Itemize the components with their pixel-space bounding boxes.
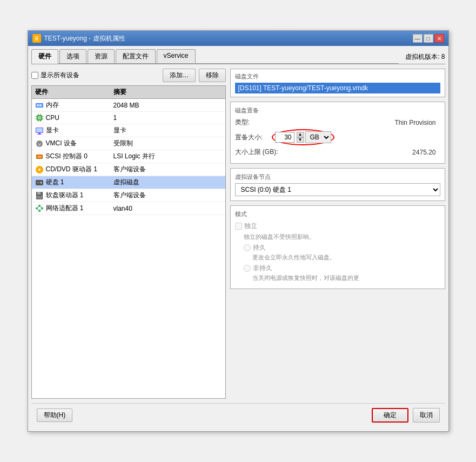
size-input-highlight: ▲ ▼ MB GB TB (272, 129, 334, 145)
table-row[interactable]: SCSI 控制器 0 LSI Logic 并行 (32, 150, 225, 163)
svg-rect-31 (37, 196, 42, 199)
size-key: 置备大小: (235, 133, 267, 142)
hw-name: CD/DVD 驱动器 1 (46, 165, 97, 174)
hw-name: VMCI 设备 (46, 139, 77, 148)
size-up-button[interactable]: ▲ (297, 132, 304, 137)
tab-config[interactable]: 配置文件 (116, 49, 156, 63)
provision-limit-row: 大小上限 (GB): 2475.20 (235, 148, 440, 157)
mode-label: 模式 (235, 210, 440, 218)
window-title: TEST-yueyong - 虚拟机属性 (44, 34, 125, 43)
svg-rect-22 (37, 156, 42, 158)
hw-summary: LSI Logic 并行 (113, 152, 222, 161)
nonpersistent-row: 非持久 (244, 264, 440, 273)
provision-type-row: 类型: Thin Provision (235, 118, 440, 127)
header-hardware: 硬件 (35, 88, 113, 97)
title-buttons: — □ ✕ (413, 34, 444, 43)
table-row[interactable]: CD/DVD 驱动器 1 客户端设备 (32, 163, 225, 176)
minimize-button[interactable]: — (413, 34, 423, 43)
scsi-icon (35, 152, 44, 161)
hw-summary: 受限制 (113, 139, 222, 148)
cpu-icon (35, 113, 44, 122)
hw-name: SCSI 控制器 0 (46, 152, 88, 161)
table-row[interactable]: 硬盘 1 虚拟磁盘 (32, 176, 225, 189)
svg-point-26 (40, 182, 42, 184)
content-area: 显示所有设备 添加... 移除 硬件 摘要 (31, 64, 445, 399)
table-row[interactable]: 网络适配器 1 vlan40 (32, 202, 225, 215)
hw-name: 内存 (46, 101, 59, 110)
cdrom-icon (35, 165, 44, 174)
table-row[interactable]: CPU 1 (32, 112, 225, 124)
hardware-table: 硬件 摘要 内存 2048 MB (31, 85, 226, 399)
svg-point-24 (38, 169, 41, 171)
tab-options[interactable]: 选项 (59, 49, 86, 63)
ram-icon (35, 101, 44, 110)
independent-checkbox[interactable] (235, 223, 242, 230)
limit-key: 大小上限 (GB): (235, 148, 289, 157)
persistent-desc: 更改会立即永久性地写入磁盘。 (252, 253, 440, 262)
hw-name: CPU (46, 114, 59, 122)
remove-button[interactable]: 移除 (199, 69, 226, 82)
disk-provision-section: 磁盘置备 类型: Thin Provision 置备大小: (230, 102, 445, 164)
nonpersistent-label: 非持久 (253, 264, 272, 273)
table-row[interactable]: 显卡 显卡 (32, 124, 225, 137)
table-row[interactable]: V VMCI 设备 受限制 (32, 137, 225, 150)
window-body: 硬件 选项 资源 配置文件 vService 虚拟机版本: 8 显示所有设备 (28, 46, 448, 431)
svg-rect-30 (41, 192, 42, 194)
disk-file-section: 磁盘文件 [DS101] TEST-yueyong/TEST-yueyong.v… (230, 69, 445, 97)
help-button[interactable]: 帮助(H) (37, 409, 73, 422)
persistent-row: 持久 (244, 243, 440, 252)
add-button[interactable]: 添加... (163, 69, 195, 82)
vm-version-label: 虚拟机版本: 8 (399, 52, 445, 64)
size-input[interactable] (275, 132, 294, 143)
tab-vservice[interactable]: vService (157, 49, 196, 63)
app-icon: iI (32, 34, 41, 43)
svg-line-39 (39, 209, 42, 210)
size-unit-select[interactable]: MB GB TB (305, 131, 331, 143)
nonpersistent-desc: 当关闭电源或恢复快照时，对该磁盘的更 (252, 274, 440, 282)
header-summary: 摘要 (113, 88, 222, 97)
tabs-container: 硬件 选项 资源 配置文件 vService (31, 49, 399, 64)
svg-rect-6 (38, 116, 41, 119)
hw-name: 显卡 (46, 126, 59, 135)
tab-resources[interactable]: 资源 (88, 49, 115, 63)
cancel-button[interactable]: 取消 (413, 408, 440, 423)
svg-rect-27 (37, 182, 39, 183)
close-button[interactable]: ✕ (434, 34, 444, 43)
device-node-section: 虚拟设备节点 SCSI (0:0) 硬盘 1 (230, 168, 445, 201)
nonpersistent-radio[interactable] (244, 265, 251, 272)
size-spinners: ▲ ▼ (297, 132, 304, 143)
title-bar-left: iI TEST-yueyong - 虚拟机属性 (32, 34, 125, 43)
tab-hardware[interactable]: 硬件 (31, 49, 58, 64)
mode-independent-row: 独立 (235, 222, 440, 231)
persistent-label: 持久 (253, 243, 266, 252)
device-node-label: 虚拟设备节点 (235, 173, 440, 181)
type-key: 类型: (235, 118, 267, 127)
svg-text:V: V (38, 142, 41, 147)
display-icon (35, 126, 44, 135)
persistent-radio[interactable] (244, 244, 251, 251)
hw-name: 网络适配器 1 (46, 204, 84, 213)
show-all-checkbox[interactable] (31, 72, 38, 79)
show-all-label[interactable]: 显示所有设备 (31, 71, 79, 80)
mode-section: 模式 独立 独立的磁盘不受快照影响。 持久 更改会立即永久性地写入磁盘。 非持久 (230, 205, 445, 289)
disk-provision-label: 磁盘置备 (235, 106, 440, 115)
net-icon (35, 204, 44, 213)
svg-rect-4 (42, 104, 42, 106)
svg-rect-33 (36, 207, 38, 209)
floppy-icon (35, 191, 44, 200)
bottom-right: 确定 取消 (372, 408, 440, 423)
ok-button[interactable]: 确定 (372, 408, 408, 423)
restore-button[interactable]: □ (424, 34, 433, 43)
table-row[interactable]: 软盘驱动器 1 客户端设备 (32, 189, 225, 202)
svg-rect-1 (37, 104, 38, 106)
hw-summary: 2048 MB (113, 102, 222, 109)
size-down-button[interactable]: ▼ (297, 137, 304, 143)
independent-desc: 独立的磁盘不受快照影响。 (244, 233, 440, 241)
device-node-select[interactable]: SCSI (0:0) 硬盘 1 (235, 183, 440, 196)
toolbar: 显示所有设备 添加... 移除 (31, 69, 226, 82)
title-bar: iI TEST-yueyong - 虚拟机属性 — □ ✕ (28, 31, 448, 46)
hw-name: 软盘驱动器 1 (46, 191, 84, 200)
main-window: iI TEST-yueyong - 虚拟机属性 — □ ✕ 硬件 选项 资源 配… (28, 30, 449, 432)
type-value: Thin Provision (272, 119, 440, 126)
table-row[interactable]: 内存 2048 MB (32, 99, 225, 112)
